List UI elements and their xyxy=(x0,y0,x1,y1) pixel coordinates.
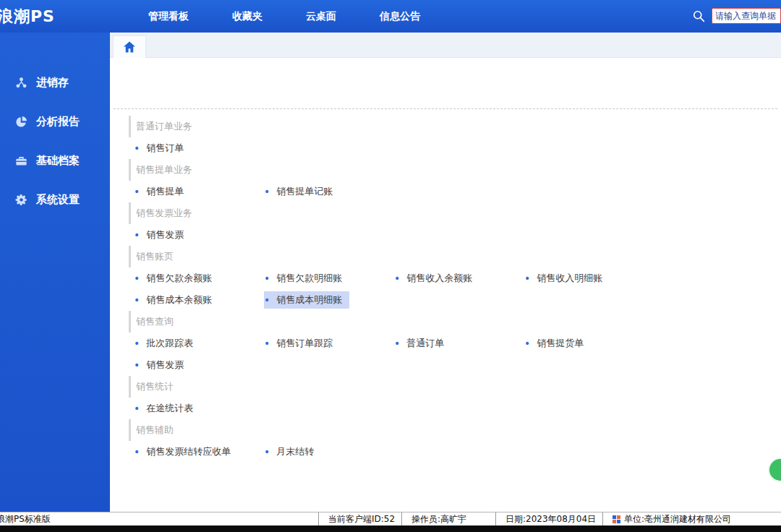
status-segment: 操作员:高旷宇 xyxy=(401,512,495,525)
menu-item-inner: •在途统计表 xyxy=(134,400,200,417)
tab-strip xyxy=(110,33,781,58)
bullet-icon: • xyxy=(134,360,140,370)
bullet-icon: • xyxy=(264,295,270,305)
menu-item[interactable]: •销售提货单 xyxy=(524,335,654,352)
menu-group: 普通订单业务•销售订单 xyxy=(129,116,781,159)
menu-item[interactable]: •销售发票 xyxy=(134,226,264,244)
menu-item[interactable]: •批次跟踪表 xyxy=(134,335,264,352)
nav-item-1[interactable]: 管理看板 xyxy=(148,10,189,23)
status-segment: 单位:亳州通润建材有限公司 xyxy=(602,512,731,525)
sidebar-menu: 进销存分析报告基础档案系统设置 xyxy=(0,33,110,219)
menu-item[interactable]: •销售提单记账 xyxy=(264,183,394,200)
pie-chart-icon xyxy=(14,115,28,129)
group-title: 销售统计 xyxy=(129,376,781,398)
bullet-icon: • xyxy=(134,295,140,305)
group-row: •销售发票 xyxy=(129,224,781,246)
menu-group: 销售辅助•销售发票结转应收单•月末结转 xyxy=(129,419,781,463)
sidebar-item[interactable]: 进销存 xyxy=(0,63,110,102)
menu-item-label: 销售成本明细账 xyxy=(276,293,342,306)
group-title: 销售辅助 xyxy=(129,419,781,441)
menu-item[interactable]: •销售欠款明细账 xyxy=(264,270,394,287)
sidebar-item-label: 进销存 xyxy=(36,76,69,90)
bullet-icon: • xyxy=(134,143,140,153)
menu-item[interactable]: •销售收入余额账 xyxy=(394,270,524,287)
company-icon xyxy=(613,515,620,523)
sidebar-item-label: 分析报告 xyxy=(36,115,80,129)
app-logo: 浪潮PS xyxy=(0,6,107,27)
nav-item-2[interactable]: 收藏夹 xyxy=(232,10,263,23)
menu-item[interactable]: •销售订单 xyxy=(134,140,264,157)
menu-item-inner: •销售成本余额账 xyxy=(134,291,219,309)
sidebar-item[interactable]: 分析报告 xyxy=(0,102,110,141)
main-content: 普通订单业务•销售订单销售提单业务•销售提单•销售提单记账销售发票业务•销售发票… xyxy=(110,58,781,512)
menu-item-inner: •销售收入余额账 xyxy=(394,270,479,287)
menu-item-label: 销售订单 xyxy=(146,142,184,155)
nav-item-4[interactable]: 信息公告 xyxy=(380,10,420,23)
group-title: 销售账页 xyxy=(129,246,781,267)
menu-item[interactable]: •销售发票结转应收单 xyxy=(134,443,264,460)
menu-item-label: 销售提货单 xyxy=(537,337,584,350)
menu-item-inner: •销售发票 xyxy=(134,226,191,244)
status-segment: 当前客户端ID:52 xyxy=(318,512,401,525)
home-tab[interactable] xyxy=(113,35,146,58)
group-row: •在途统计表 xyxy=(129,398,781,419)
menu-item[interactable]: •销售欠款余额账 xyxy=(134,270,264,287)
menu-item-inner: •销售订单跟踪 xyxy=(264,335,340,352)
status-segment: 日期:2023年08月04日 xyxy=(495,512,602,525)
nav-item-3[interactable]: 云桌面 xyxy=(306,10,336,23)
bullet-icon: • xyxy=(134,186,140,197)
menu-item[interactable]: •销售订单跟踪 xyxy=(264,335,394,352)
top-bar: 浪潮PS 管理看板收藏夹云桌面信息公告 xyxy=(0,0,781,33)
menu-item-label: 销售欠款明细账 xyxy=(276,272,342,285)
group-row: •销售提单•销售提单记账 xyxy=(129,181,781,202)
bullet-icon: • xyxy=(524,338,530,348)
bullet-icon: • xyxy=(264,338,270,348)
menu-item[interactable]: •月末结转 xyxy=(264,443,394,460)
status-text: 操作员:高旷宇 xyxy=(411,513,466,525)
group-title: 销售提单业务 xyxy=(129,159,781,181)
bullet-icon: • xyxy=(264,447,270,457)
menu-item-label: 在途统计表 xyxy=(146,402,193,415)
bullet-icon: • xyxy=(134,403,140,413)
menu-item-inner: •销售欠款余额账 xyxy=(134,270,219,287)
status-bar: 浪潮PS标准版当前客户端ID:52操作员:高旷宇日期:2023年08月04日单位… xyxy=(0,512,781,525)
menu-item[interactable]: •销售提单 xyxy=(134,183,264,200)
bullet-icon: • xyxy=(134,447,140,457)
menu-item[interactable]: •销售成本明细账 xyxy=(264,291,394,309)
bullet-icon: • xyxy=(394,338,400,348)
group-title: 销售查询 xyxy=(129,311,781,332)
group-row: •销售订单 xyxy=(129,137,781,159)
briefcase-icon xyxy=(14,154,28,168)
search-input[interactable] xyxy=(712,8,781,24)
search-icon[interactable] xyxy=(691,9,706,23)
app-window: 浪潮PS 管理看板收藏夹云桌面信息公告 进销存分析报告基础档案系统设置 普通订单… xyxy=(0,0,781,532)
menu-item[interactable]: •销售收入明细账 xyxy=(524,270,654,287)
menu-item-label: 销售提单记账 xyxy=(276,185,333,198)
menu-item[interactable]: •销售成本余额账 xyxy=(134,291,264,309)
status-segment: 浪潮PS标准版 xyxy=(0,512,318,525)
group-row: •批次跟踪表•销售订单跟踪•普通订单•销售提货单 xyxy=(129,332,781,354)
status-text: 浪潮PS标准版 xyxy=(0,513,51,525)
gear-icon xyxy=(14,193,28,207)
bullet-icon: • xyxy=(134,338,140,348)
sidebar-item[interactable]: 系统设置 xyxy=(0,180,110,219)
menu-item-inner: •销售收入明细账 xyxy=(524,270,610,287)
bullet-icon: • xyxy=(394,273,400,283)
menu-item[interactable]: •在途统计表 xyxy=(134,400,264,417)
menu-item[interactable]: •销售发票 xyxy=(134,356,264,374)
menu-item-inner: •月末结转 xyxy=(264,443,321,460)
menu-item-inner: •销售订单 xyxy=(134,140,191,157)
menu-item-inner: •销售成本明细账 xyxy=(264,291,349,309)
menu-group: 销售统计•在途统计表 xyxy=(129,376,781,419)
bullet-icon: • xyxy=(264,273,270,283)
search-area xyxy=(691,8,781,24)
topbar-nav: 管理看板收藏夹云桌面信息公告 xyxy=(148,10,464,23)
status-text: 日期:2023年08月04日 xyxy=(505,513,596,525)
menu-item[interactable]: •普通订单 xyxy=(394,335,524,352)
menu-item-label: 批次跟踪表 xyxy=(146,337,193,350)
menu-item-label: 销售提单 xyxy=(146,185,184,198)
menu-item-inner: •销售发票 xyxy=(134,356,191,374)
menu-item-label: 月末结转 xyxy=(276,445,314,458)
menu-item-inner: •销售提货单 xyxy=(524,335,591,352)
sidebar-item[interactable]: 基础档案 xyxy=(0,141,110,180)
